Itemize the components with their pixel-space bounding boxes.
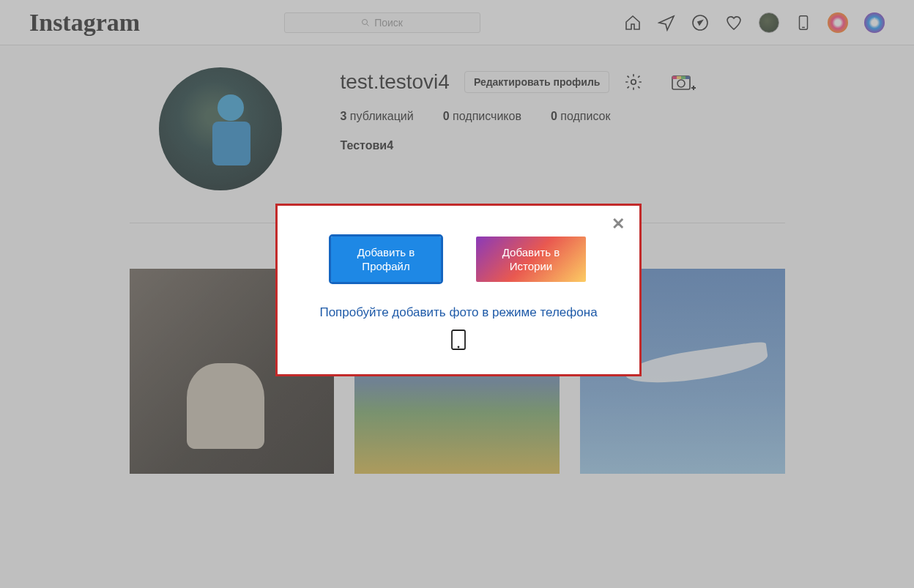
upload-modal: ✕ Добавить вПрофайл Добавить вИстории По… xyxy=(275,204,642,376)
close-icon: ✕ xyxy=(612,215,625,233)
svg-point-21 xyxy=(458,346,460,349)
modal-buttons-row: Добавить вПрофайл Добавить вИстории xyxy=(292,237,625,282)
add-to-profile-button[interactable]: Добавить вПрофайл xyxy=(331,237,441,282)
modal-close-button[interactable]: ✕ xyxy=(292,216,625,232)
add-to-stories-button[interactable]: Добавить вИстории xyxy=(476,237,586,282)
modal-hint-text: Попробуйте добавить фото в режиме телефо… xyxy=(292,305,625,320)
phone-mode-icon[interactable] xyxy=(292,329,625,354)
